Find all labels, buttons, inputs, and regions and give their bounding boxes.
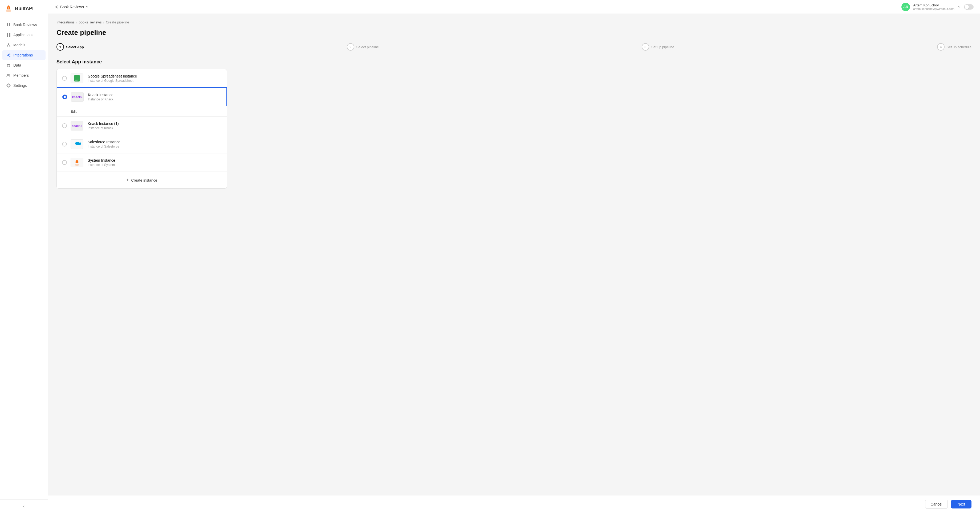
step-line-2 [382, 47, 638, 47]
svg-line-10 [7, 44, 8, 46]
avatar: AR [901, 3, 910, 11]
breadcrumb-integrations[interactable]: Integrations [56, 20, 75, 24]
sidebar-item-applications[interactable]: Applications [2, 30, 46, 40]
user-info: Artem Konuchov artem.konuchov@wiredhut.c… [913, 3, 955, 10]
svg-point-21 [55, 6, 56, 7]
svg-point-0 [6, 9, 11, 12]
instance-logo-google-sheets [71, 73, 83, 83]
radio-knack-1 [62, 123, 67, 128]
step-number-1: 1 [59, 45, 61, 49]
project-icon [54, 5, 59, 9]
sidebar-item-data[interactable]: Data [2, 60, 46, 70]
sidebar-item-models[interactable]: Models [2, 40, 46, 50]
collapse-icon: ‹ [23, 504, 24, 509]
step-label-4: Set up schedule [947, 45, 972, 49]
sidebar-label-models: Models [13, 43, 25, 47]
stepper: 1 Select App 2 Select pipeline 3 Set up … [56, 43, 972, 51]
instance-name-knack-1: Knack Instance (1) [88, 121, 221, 126]
step-label-3: Set up pipeline [651, 45, 674, 49]
toggle-switch[interactable] [964, 4, 974, 10]
svg-rect-6 [9, 35, 10, 37]
toggle-knob [964, 5, 969, 9]
svg-point-31 [75, 164, 80, 166]
svg-point-19 [9, 74, 10, 75]
instance-name-google-spreadsheet: Google Spreadsheet Instance [88, 74, 221, 78]
instance-name-salesforce: Salesforce Instance [88, 140, 221, 144]
instance-name-knack: Knack Instance [88, 93, 221, 97]
radio-system [62, 160, 67, 165]
step-label-2: Select pipeline [356, 45, 379, 49]
step-label-1: Select App [66, 45, 84, 49]
sidebar-label-integrations: Integrations [13, 53, 33, 57]
instance-item-system[interactable]: System Instance Instance of System [57, 153, 227, 172]
user-name: Artem Konuchov [913, 3, 955, 7]
instance-name-system: System Instance [88, 158, 221, 162]
next-button[interactable]: Next [951, 500, 972, 508]
instance-info-knack: Knack Instance Instance of Knack [88, 93, 221, 101]
step-1: 1 Select App [56, 43, 84, 51]
plus-icon: + [126, 177, 129, 183]
sidebar-item-members[interactable]: Members [2, 71, 46, 80]
app-name: BuiltAPI [15, 6, 33, 11]
svg-point-14 [10, 56, 10, 57]
applications-icon [6, 33, 11, 37]
svg-rect-3 [7, 33, 8, 35]
step-circle-1: 1 [56, 43, 64, 51]
svg-rect-28 [75, 78, 79, 78]
sidebar-item-book-reviews[interactable]: Book Reviews [2, 20, 46, 30]
cancel-button[interactable]: Cancel [925, 500, 948, 509]
instance-item-google-spreadsheet[interactable]: Google Spreadsheet Instance Instance of … [57, 69, 227, 87]
breadcrumb-current: Create pipeline [106, 20, 129, 24]
sidebar-item-integrations[interactable]: Integrations [2, 50, 46, 60]
svg-point-13 [10, 54, 10, 55]
instance-info-salesforce: Salesforce Instance Instance of Salesfor… [88, 140, 221, 148]
project-name: Book Reviews [60, 5, 84, 9]
svg-point-12 [7, 55, 8, 56]
sidebar-item-settings[interactable]: Settings [2, 81, 46, 90]
instance-list: Google Spreadsheet Instance Instance of … [56, 69, 227, 189]
svg-line-16 [8, 56, 10, 56]
instance-sub-system: Instance of System [88, 163, 221, 167]
svg-rect-29 [75, 79, 79, 79]
step-number-4: 4 [940, 45, 942, 49]
breadcrumb-sep-1: / [76, 20, 77, 24]
sidebar-label-data: Data [13, 63, 21, 67]
radio-salesforce [62, 142, 67, 146]
create-instance-row[interactable]: + Create instance [57, 172, 227, 188]
models-icon [6, 43, 11, 47]
edit-knack-button[interactable]: Edit [71, 110, 76, 113]
settings-icon [6, 83, 11, 87]
instance-sub-salesforce: Instance of Salesforce [88, 145, 221, 148]
step-number-3: 3 [644, 45, 646, 49]
svg-point-17 [7, 64, 10, 65]
instance-item-knack-1[interactable]: knack✳ Knack Instance (1) Instance of Kn… [57, 117, 227, 135]
members-icon [6, 73, 11, 78]
project-selector[interactable]: Book Reviews [54, 5, 89, 9]
sidebar-label-settings: Settings [13, 83, 27, 87]
instance-item-knack[interactable]: knack✳ Knack Instance Instance of Knack [56, 87, 227, 106]
avatar-initials: AR [903, 5, 908, 9]
breadcrumb-books-reviews[interactable]: books_reviews [79, 20, 102, 24]
svg-point-8 [7, 46, 8, 47]
svg-rect-2 [9, 23, 10, 26]
sidebar: BuiltAPI Book Reviews Applications Model… [0, 0, 48, 513]
svg-line-24 [56, 6, 57, 7]
svg-point-18 [8, 74, 9, 75]
instance-item-salesforce[interactable]: Salesforce Instance Instance of Salesfor… [57, 135, 227, 153]
user-email: artem.konuchov@wiredhut.com [913, 7, 955, 10]
step-line-3 [678, 47, 934, 47]
svg-line-11 [8, 44, 10, 46]
svg-point-7 [8, 43, 9, 44]
builtapi-logo-icon [4, 4, 13, 13]
svg-rect-30 [75, 80, 78, 81]
sidebar-label-applications: Applications [13, 33, 33, 37]
radio-google-spreadsheet [62, 76, 67, 81]
sidebar-nav: Book Reviews Applications Models Integra… [0, 17, 48, 499]
svg-point-9 [10, 46, 10, 47]
sidebar-collapse-button[interactable]: ‹ [0, 499, 48, 513]
user-dropdown-icon[interactable] [958, 5, 961, 8]
topbar-right: AR Artem Konuchov artem.konuchov@wiredhu… [901, 3, 974, 11]
instance-sub-knack-1: Instance of Knack [88, 126, 221, 130]
step-2: 2 Select pipeline [347, 43, 379, 51]
topbar: Book Reviews AR Artem Konuchov artem.kon… [48, 0, 980, 14]
